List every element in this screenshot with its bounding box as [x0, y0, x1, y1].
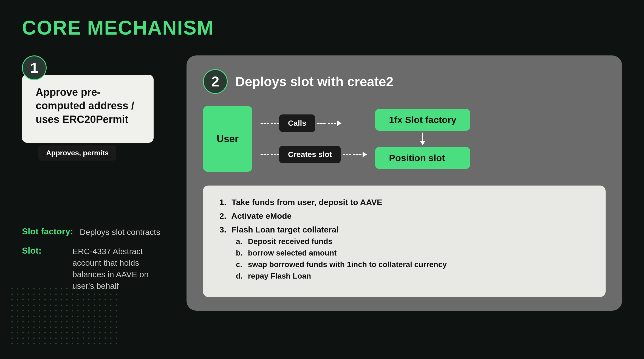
dashes-left-1	[261, 123, 279, 124]
info-box: 1. Take funds from user, deposit to AAVE…	[203, 186, 606, 297]
dashes-right-1	[315, 120, 341, 126]
page-title: CORE MECHANISM	[22, 16, 622, 39]
position-slot-block: Position slot	[375, 147, 470, 169]
step-2-bubble: 2	[203, 69, 228, 94]
slot-factory-block: 1fx Slot factory	[375, 109, 470, 131]
approves-permits-badge: Approves, permits	[38, 145, 116, 161]
right-blocks-col: 1fx Slot factory Position slot	[375, 109, 470, 169]
info-subitem-a: a. Deposit received funds	[236, 237, 589, 246]
creates-slot-badge: Creates slot	[279, 146, 341, 163]
dashes-right-2	[341, 152, 367, 157]
page-container: CORE MECHANISM 1 Approve pre-computed ad…	[0, 0, 644, 359]
slot-factory-label: Slot factory:	[22, 226, 73, 237]
info-sublist: a. Deposit received funds b. borrow sele…	[219, 237, 589, 281]
info-item-1: 1. Take funds from user, deposit to AAVE	[219, 198, 589, 207]
calls-flow-row: Calls	[261, 114, 367, 132]
flow-diagram: User Calls	[203, 106, 606, 172]
dot-grid-decoration	[11, 288, 121, 348]
slot-factory-text: Deploys slot contracts	[80, 226, 160, 238]
slot-def: Slot: ERC-4337 Abstract account that hol…	[22, 246, 165, 292]
info-subitem-b: b. borrow selected amount	[236, 249, 589, 257]
step-1-bubble: 1	[22, 55, 47, 80]
right-header: 2 Deploys slot with create2	[203, 69, 606, 94]
calls-badge: Calls	[279, 114, 315, 132]
main-content: 1 Approve pre-computed address / uses ER…	[22, 55, 622, 311]
step-1-area: 1 Approve pre-computed address / uses ER…	[22, 55, 154, 161]
info-subitem-d: d. repay Flash Loan	[236, 272, 589, 281]
approve-title: Approve pre-computed address / uses ERC2…	[36, 86, 140, 126]
definitions: Slot factory: Deploys slot contracts Slo…	[22, 172, 165, 299]
slot-text: ERC-4337 Abstract account that holds bal…	[72, 246, 165, 292]
user-block: User	[203, 106, 252, 172]
info-item-2: 2. Activate eMode	[219, 211, 589, 221]
left-side: 1 Approve pre-computed address / uses ER…	[22, 55, 165, 299]
approve-box: Approve pre-computed address / uses ERC2…	[22, 75, 154, 143]
right-side: 2 Deploys slot with create2 User Calls	[187, 55, 622, 311]
creates-slot-flow-row: Creates slot	[261, 146, 367, 163]
arrows-col: Calls Creates slot	[261, 114, 367, 163]
deploys-title: Deploys slot with create2	[235, 74, 393, 89]
info-list: 1. Take funds from user, deposit to AAVE…	[219, 198, 589, 281]
slot-factory-def: Slot factory: Deploys slot contracts	[22, 226, 165, 238]
svg-rect-1	[11, 288, 121, 348]
info-item-3: 3. Flash Loan target collateral a. Depos…	[219, 225, 589, 281]
slot-label: Slot:	[22, 246, 66, 256]
dashes-left-2	[261, 154, 279, 155]
info-subitem-c: c. swap borrowed funds with 1inch to col…	[236, 260, 589, 269]
vert-arrow-container	[375, 131, 470, 147]
